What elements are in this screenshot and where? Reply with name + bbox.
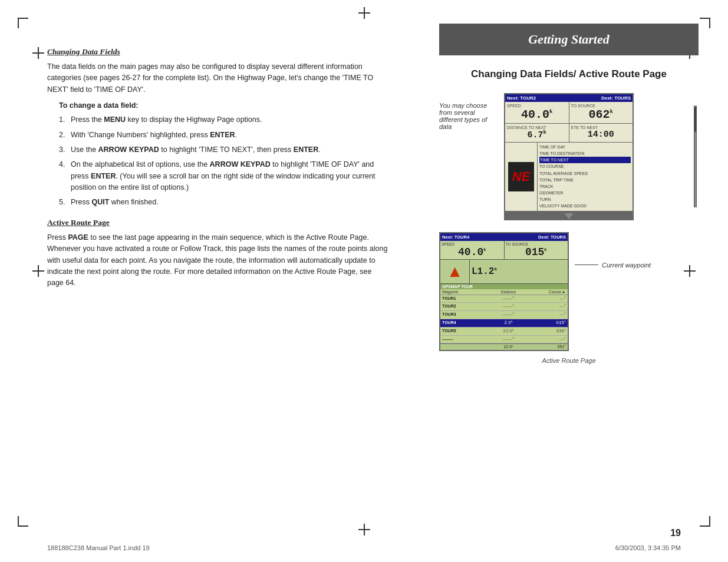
- reg-cross-left-mid: [32, 265, 44, 277]
- footer-left: 188188C238 Manual Part 1.indd 19: [47, 544, 150, 551]
- gps-screen-1: Next: TOUR2 Dest: TOURS SPEED 40.0k TO S…: [504, 93, 634, 220]
- gps2-arrow-cell: ▲: [440, 260, 470, 283]
- instruction-header: To change a data field:: [59, 101, 389, 110]
- gps1-list-time-of-day: TIME OF DAY: [539, 144, 631, 150]
- gps1-list-trip-time: TOTAL TRIP TIME: [539, 177, 631, 183]
- gps1-header-left: Next: TOUR2: [507, 95, 536, 101]
- gps2-speed-value: 40.0k: [458, 246, 486, 258]
- gps1-scrollbar: [694, 105, 697, 207]
- gps1-compass-row: NE TIME OF DAY TIME TO DESTINATION TIME …: [505, 143, 633, 211]
- right-subtitle: Changing Data Fields/ Active Route Page: [439, 67, 699, 81]
- gps1-list-track: TRACK: [539, 183, 631, 190]
- gps1-list-odometer: ODOMETER: [539, 190, 631, 196]
- gps1-list-to-course: TO COURSE: [539, 163, 631, 170]
- gps2-row-tour1: TOUR1 ------° ---°: [440, 295, 568, 303]
- gps2-area: Next: TOUR4 Dest: TOURS SPEED 40.0k TO S…: [439, 232, 699, 352]
- page-number: 19: [670, 528, 681, 538]
- gps1-speed-value: 40.0k: [521, 108, 552, 121]
- gps2-dist-cell: TO SOURCE 015k: [505, 241, 568, 259]
- gps2-col-headers: Waypoint Distance Course ►: [440, 289, 568, 295]
- step-2: 2. With 'Change Numbers' highlighted, pr…: [59, 130, 389, 141]
- gps1-dist-value: 062k: [589, 108, 613, 121]
- gps2-row-tour5: TOUR5 12.0ᵏ 339°: [440, 328, 568, 336]
- corner-mark-br: [700, 516, 710, 527]
- gps1-bottom-bar: [505, 211, 633, 219]
- gps1-speed-row: SPEED 40.0k TO SOURCE 062k: [505, 102, 633, 124]
- right-column: Getting Started Changing Data Fields/ Ac…: [439, 24, 699, 364]
- gps2-header-right: Dest: TOURS: [538, 234, 566, 240]
- section2-title: Active Route Page: [47, 218, 389, 227]
- gps2-tour-name: GPSMAP TOUR: [440, 284, 568, 289]
- gps1-triangle: [564, 213, 574, 219]
- gps2-arrow-row: ▲ L1.2k: [440, 260, 568, 284]
- gps2-speed-row: SPEED 40.0k TO SOURCE 015k: [440, 241, 568, 260]
- gps1-time-label: ETE TO NEXT: [571, 125, 631, 130]
- gps2-col-distance: Distance: [472, 290, 545, 294]
- gps2-dist-big: L1.2k: [470, 260, 568, 283]
- gps2-dist-value: 015k: [525, 246, 547, 258]
- getting-started-header: Getting Started: [439, 24, 699, 55]
- gps2-row-tour4: TOUR4 2.3ᵏ 015°: [440, 319, 568, 328]
- gps2-col-waypoint: Waypoint: [442, 290, 472, 294]
- gps1-time-cell: ETE TO NEXT 14:00: [569, 124, 633, 142]
- gps2-total-row: 12.0ᵏ 351°: [440, 343, 568, 350]
- active-route-paragraph: Press PAGE to see the last page appearin…: [47, 232, 389, 289]
- gps1-area: You may choose from several different ty…: [439, 93, 699, 220]
- footer-right: 6/30/2003, 3:34:35 PM: [615, 544, 681, 551]
- gps1-list-avg-speed: TOTAL AVERAGE SPEED: [539, 170, 631, 177]
- gps2-speed-cell: SPEED 40.0k: [440, 241, 505, 259]
- gps1-dist-next-cell: DISTANCE TO NEXT 6.7k: [505, 124, 569, 142]
- waypoint-line: [575, 265, 598, 265]
- corner-mark-tr: [700, 18, 710, 28]
- gps1-compass-direction: NE: [512, 169, 531, 184]
- left-column: Changing Data Fields The data fields on …: [47, 47, 389, 515]
- gps2-header: Next: TOUR4 Dest: TOURS: [440, 233, 568, 241]
- waypoint-annotation: Current waypoint: [575, 232, 651, 269]
- gps1-list-time-to-dest: TIME TO DESTINATION: [539, 150, 631, 157]
- gps1-scrollbar-thumb: [694, 107, 696, 132]
- gps2-row-tour3: TOUR3 ------° ---°: [440, 311, 568, 319]
- step-5: 5. Press QUIT when finished.: [59, 197, 389, 208]
- page-footer: 188188C238 Manual Part 1.indd 19 6/30/20…: [0, 544, 728, 551]
- gps1-annotation: You may choose from several different ty…: [439, 93, 498, 130]
- gps1-time-value: 14:00: [588, 130, 614, 140]
- corner-mark-bl: [18, 516, 28, 527]
- gps1-dist-label: TO SOURCE: [571, 104, 631, 108]
- gps1-dist-cell: TO SOURCE 062k: [569, 102, 633, 123]
- reg-cross-top: [358, 7, 370, 19]
- gps2-dist-label: TO SOURCE: [506, 242, 567, 246]
- gps-screen-2: Next: TOUR4 Dest: TOURS SPEED 40.0k TO S…: [439, 232, 569, 352]
- gps2-row-dash1: -------- ------° ---°: [440, 336, 568, 344]
- section1-title: Changing Data Fields: [47, 47, 389, 57]
- gps2-header-left: Next: TOUR4: [442, 234, 469, 240]
- waypoint-annotation-text: Current waypoint: [602, 262, 651, 269]
- gps2-col-course: Course ►: [545, 290, 566, 294]
- gps1-dist-next-value: 6.7k: [528, 130, 546, 140]
- intro-paragraph: The data fields on the main pages may al…: [47, 61, 389, 95]
- gps1-speed-label: SPEED: [507, 104, 567, 108]
- reg-cross-bottom: [358, 524, 370, 535]
- reg-cross-left-top: [32, 47, 44, 59]
- steps-list: 1. Press the MENU key to display the Hig…: [59, 114, 389, 209]
- gps1-list-cell: TIME OF DAY TIME TO DESTINATION TIME TO …: [538, 143, 633, 211]
- gps1-speed-cell: SPEED 40.0k: [505, 102, 569, 123]
- corner-mark-tl: [18, 18, 28, 28]
- gps2-table: GPSMAP TOUR Waypoint Distance Course ► T…: [440, 284, 568, 351]
- gps1-time-row: DISTANCE TO NEXT 6.7k ETE TO NEXT 14:00: [505, 124, 633, 143]
- gps1-list-turn: TURN: [539, 196, 631, 203]
- gps2-row-tour2: TOUR2 ------° ---°: [440, 303, 568, 311]
- gps1-header: Next: TOUR2 Dest: TOURS: [505, 94, 633, 102]
- gps1-list-time-to-next: TIME TO NEXT: [539, 157, 631, 163]
- step-1: 1. Press the MENU key to display the Hig…: [59, 114, 389, 125]
- gps1-list-vmg: VELOCITY MADE GOOD: [539, 203, 631, 209]
- gps2-big-dist: L1.2k: [472, 266, 497, 277]
- step-3: 3. Use the ARROW KEYPAD to highlight 'TI…: [59, 144, 389, 156]
- active-route-caption: Active Route Page: [439, 357, 699, 364]
- gps1-header-right: Dest: TOURS: [601, 95, 631, 101]
- gps1-compass-cell: NE: [505, 143, 538, 211]
- gps2-arrow-icon: ▲: [447, 262, 463, 281]
- gps1-dist-next-label: DISTANCE TO NEXT: [507, 125, 567, 130]
- gps2-speed-label: SPEED: [442, 242, 503, 246]
- step-4: 4. On the alphabetical list of options, …: [59, 159, 389, 193]
